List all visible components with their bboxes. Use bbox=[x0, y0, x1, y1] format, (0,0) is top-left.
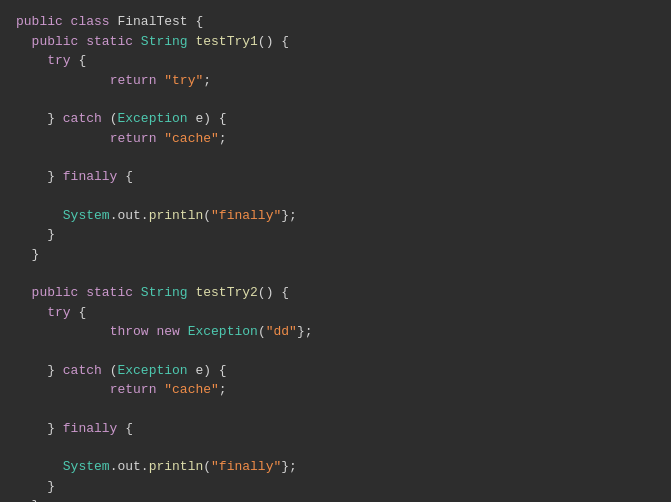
code-line: } finally { bbox=[16, 419, 655, 439]
code-token bbox=[16, 73, 110, 88]
code-token: finally bbox=[63, 421, 125, 436]
code-token: { bbox=[78, 53, 86, 68]
code-token: String bbox=[141, 285, 196, 300]
code-token bbox=[16, 305, 47, 320]
code-token bbox=[16, 34, 32, 49]
code-line: System.out.println("finally"}; bbox=[16, 457, 655, 477]
code-token: catch bbox=[63, 363, 110, 378]
code-line: public static String testTry1() { bbox=[16, 32, 655, 52]
code-token: "try" bbox=[164, 73, 203, 88]
code-token: "finally" bbox=[211, 208, 281, 223]
code-line: System.out.println("finally"}; bbox=[16, 206, 655, 226]
code-token: "cache" bbox=[164, 382, 219, 397]
code-line: } finally { bbox=[16, 167, 655, 187]
code-line: } bbox=[16, 245, 655, 265]
code-token: ; bbox=[219, 131, 227, 146]
code-token: Exception bbox=[188, 324, 258, 339]
code-token bbox=[16, 208, 63, 223]
code-token: Exception bbox=[117, 111, 187, 126]
code-token: e) { bbox=[188, 111, 227, 126]
code-token: } bbox=[16, 169, 63, 184]
code-token: } bbox=[16, 363, 63, 378]
code-token: public bbox=[32, 285, 87, 300]
code-token: testTry2 bbox=[195, 285, 257, 300]
code-token: try bbox=[47, 305, 78, 320]
code-token: }; bbox=[297, 324, 313, 339]
code-token: System bbox=[63, 459, 110, 474]
code-token: } bbox=[16, 421, 63, 436]
code-token: static bbox=[86, 34, 141, 49]
code-token: println bbox=[149, 459, 204, 474]
code-token: return bbox=[110, 73, 165, 88]
code-line: return "cache"; bbox=[16, 129, 655, 149]
code-line: return "try"; bbox=[16, 71, 655, 91]
code-token: catch bbox=[63, 111, 110, 126]
code-token bbox=[16, 53, 47, 68]
code-token: e) { bbox=[188, 363, 227, 378]
code-line bbox=[16, 148, 655, 167]
code-token: .out. bbox=[110, 459, 149, 474]
code-token: { bbox=[125, 169, 133, 184]
code-token: ( bbox=[203, 459, 211, 474]
code-token: public bbox=[16, 14, 71, 29]
code-line: } bbox=[16, 477, 655, 497]
code-token: throw bbox=[110, 324, 157, 339]
code-token: }; bbox=[281, 208, 297, 223]
code-token: } bbox=[16, 247, 39, 262]
code-token bbox=[16, 131, 110, 146]
code-token: String bbox=[141, 34, 196, 49]
code-token: ( bbox=[258, 324, 266, 339]
code-token: testTry1 bbox=[195, 34, 257, 49]
code-line: return "cache"; bbox=[16, 380, 655, 400]
code-token: { bbox=[125, 421, 133, 436]
code-line: try { bbox=[16, 303, 655, 323]
code-token bbox=[16, 459, 63, 474]
code-token: } bbox=[16, 227, 55, 242]
code-token: } bbox=[16, 479, 55, 494]
code-token: ; bbox=[219, 382, 227, 397]
code-token: .out. bbox=[110, 208, 149, 223]
code-token: finally bbox=[63, 169, 125, 184]
code-line: throw new Exception("dd"}; bbox=[16, 322, 655, 342]
code-line bbox=[16, 187, 655, 206]
code-line: } catch (Exception e) { bbox=[16, 109, 655, 129]
code-token: } bbox=[16, 111, 63, 126]
code-line: try { bbox=[16, 51, 655, 71]
code-line: } catch (Exception e) { bbox=[16, 361, 655, 381]
code-token: return bbox=[110, 131, 165, 146]
code-line bbox=[16, 90, 655, 109]
code-token bbox=[16, 324, 110, 339]
code-token: class bbox=[71, 14, 118, 29]
code-token: try bbox=[47, 53, 78, 68]
code-token: () { bbox=[258, 34, 289, 49]
code-line: } bbox=[16, 496, 655, 502]
code-token: static bbox=[86, 285, 141, 300]
code-token: { bbox=[78, 305, 86, 320]
code-token: new bbox=[156, 324, 187, 339]
code-token bbox=[16, 382, 110, 397]
code-token: "cache" bbox=[164, 131, 219, 146]
code-line: public static String testTry2() { bbox=[16, 283, 655, 303]
code-editor: public class FinalTest { public static S… bbox=[0, 0, 671, 502]
code-token: }; bbox=[281, 459, 297, 474]
code-token: "dd" bbox=[266, 324, 297, 339]
code-line bbox=[16, 438, 655, 457]
code-token: println bbox=[149, 208, 204, 223]
code-token: ; bbox=[203, 73, 211, 88]
code-token: return bbox=[110, 382, 165, 397]
code-line bbox=[16, 400, 655, 419]
code-token: Exception bbox=[117, 363, 187, 378]
code-token: FinalTest { bbox=[117, 14, 203, 29]
code-line bbox=[16, 264, 655, 283]
code-token: () { bbox=[258, 285, 289, 300]
code-token: public bbox=[32, 34, 87, 49]
code-token: System bbox=[63, 208, 110, 223]
code-token: } bbox=[16, 498, 39, 502]
code-line: public class FinalTest { bbox=[16, 12, 655, 32]
code-token: "finally" bbox=[211, 459, 281, 474]
code-line: } bbox=[16, 225, 655, 245]
code-line bbox=[16, 342, 655, 361]
code-token bbox=[16, 285, 32, 300]
code-token: ( bbox=[203, 208, 211, 223]
